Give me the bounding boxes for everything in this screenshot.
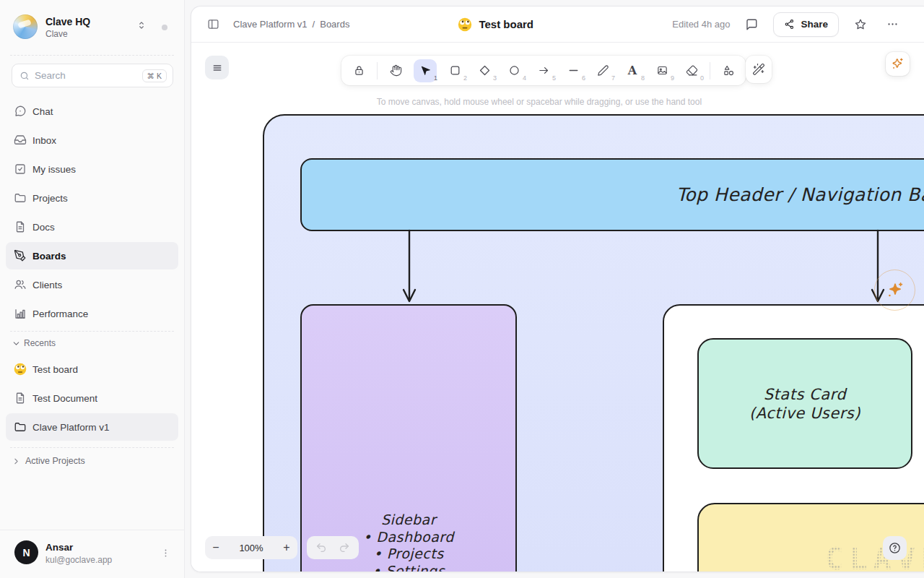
- breadcrumb[interactable]: Clave Platform v1 / Boards: [233, 19, 349, 30]
- tool-ellipse[interactable]: 4: [502, 59, 526, 82]
- breadcrumb-project[interactable]: Clave Platform v1: [233, 19, 308, 30]
- tool-arrow[interactable]: 5: [532, 59, 555, 82]
- sidebar-toggle-icon[interactable]: [203, 14, 223, 35]
- recents-label: Recents: [24, 338, 56, 348]
- clave-watermark: CLAVE: [825, 541, 924, 571]
- avatar: N: [14, 540, 38, 564]
- redo-icon[interactable]: [336, 540, 352, 556]
- recent-item-label: Test board: [32, 364, 78, 375]
- ai-assistant-button[interactable]: [886, 52, 910, 76]
- topbar: Clave Platform v1 / Boards Test board Ed…: [191, 7, 924, 43]
- rolling-eyes-emoji-icon: [14, 363, 27, 376]
- tool-text[interactable]: A 8: [621, 59, 644, 82]
- canvas-menu-button[interactable]: [205, 56, 229, 79]
- recent-item-clave-platform[interactable]: Clave Platform v1: [6, 413, 178, 441]
- sparkle-icon: [886, 281, 905, 300]
- sidebar-item-label: Clients: [32, 280, 62, 290]
- sidebar-item-projects[interactable]: Projects: [6, 184, 178, 212]
- chevron-right-icon: [12, 457, 21, 466]
- arrow-right-icon: [538, 64, 550, 77]
- zoom-level[interactable]: 100%: [227, 543, 276, 553]
- canvas-stats-card-shape[interactable]: Stats Card (Active Users): [697, 338, 912, 469]
- tool-more-shapes[interactable]: [717, 59, 740, 82]
- board-title-group: Test board: [458, 17, 533, 32]
- sidebar-item-my-issues[interactable]: My issues: [6, 155, 178, 183]
- undo-icon[interactable]: [313, 540, 329, 556]
- laser-pointer-button[interactable]: [746, 56, 772, 83]
- eraser-icon: [686, 64, 698, 77]
- sidebar-item-label: Chat: [32, 106, 53, 117]
- zoom-in-button[interactable]: +: [276, 536, 297, 559]
- canvas-header-shape[interactable]: Top Header / Navigation Bar: [300, 158, 924, 231]
- rectangle-icon: [449, 64, 461, 77]
- line-icon: [567, 64, 580, 77]
- stats-card-line2: (Active Users): [749, 404, 860, 423]
- sidebar-item-label: Performance: [32, 309, 88, 319]
- share-nodes-icon: [784, 19, 795, 30]
- workspace-switcher[interactable]: Clave HQ Clave: [0, 0, 185, 51]
- tool-line[interactable]: 6: [562, 59, 585, 82]
- tool-diamond[interactable]: 3: [473, 59, 496, 82]
- canvas-arrow[interactable]: [400, 229, 419, 304]
- tool-rectangle[interactable]: 2: [443, 59, 466, 82]
- lock-icon: [353, 64, 365, 77]
- board-canvas[interactable]: Top Header / Navigation Bar Sidebar • Da…: [191, 43, 924, 571]
- search-shortcut: ⌘ K: [142, 69, 167, 82]
- breadcrumb-section[interactable]: Boards: [320, 19, 349, 30]
- tool-hand[interactable]: [384, 59, 407, 82]
- sidebar-item-performance[interactable]: Performance: [6, 300, 178, 327]
- message-circle-icon: [14, 105, 27, 118]
- search-box[interactable]: ⌘ K: [12, 64, 173, 87]
- inbox-icon: [14, 134, 27, 147]
- main-panel: Clave Platform v1 / Boards Test board Ed…: [191, 6, 924, 572]
- recent-item-test-document[interactable]: Test Document: [6, 384, 178, 412]
- sidebar-item-label: Inbox: [32, 135, 56, 146]
- ellipsis-vertical-icon[interactable]: [160, 548, 171, 558]
- pencil-icon: [597, 64, 609, 77]
- divider: [10, 55, 174, 56]
- cursor-icon: [419, 64, 432, 77]
- divider: [10, 447, 174, 448]
- breadcrumb-separator: /: [313, 19, 315, 30]
- sidebar-item-inbox[interactable]: Inbox: [6, 126, 178, 154]
- canvas-hint-text: To move canvas, hold mouse wheel or spac…: [377, 97, 702, 107]
- canvas-sidebar-shape[interactable]: Sidebar • Dashboard • Projects • Setting…: [300, 304, 517, 571]
- tool-lock[interactable]: [347, 59, 370, 82]
- sidebar-item-clients[interactable]: Clients: [6, 271, 178, 298]
- sidebar-item-chat[interactable]: Chat: [6, 98, 178, 125]
- zoom-out-button[interactable]: −: [205, 536, 227, 559]
- search-icon: [19, 71, 30, 81]
- canvas-toolbar: 1 2 3 4 5 6 7: [341, 56, 746, 85]
- share-button[interactable]: Share: [773, 12, 839, 37]
- sidebar-item-label: Docs: [32, 222, 55, 233]
- hamburger-menu-icon: [212, 62, 223, 74]
- tool-select[interactable]: 1: [414, 59, 437, 82]
- rolling-eyes-emoji-icon: [458, 17, 472, 32]
- section-active-projects[interactable]: Active Projects: [6, 451, 178, 471]
- section-label: Active Projects: [25, 456, 85, 466]
- star-icon[interactable]: [850, 14, 871, 35]
- header-shape-label: Top Header / Navigation Bar: [676, 184, 924, 205]
- zoom-controls: − 100% +: [205, 536, 297, 559]
- tool-draw[interactable]: 7: [591, 59, 614, 82]
- tool-eraser[interactable]: 0: [680, 59, 703, 82]
- search-input[interactable]: [35, 70, 142, 81]
- chevrons-up-down-icon[interactable]: [136, 20, 147, 30]
- folder-icon: [14, 191, 27, 204]
- chevron-down-icon: [12, 339, 21, 348]
- workspace-logo: [13, 14, 38, 39]
- user-footer[interactable]: N Ansar kul@goclave.app: [0, 530, 184, 578]
- more-options-icon[interactable]: [882, 14, 902, 35]
- tool-image[interactable]: 9: [650, 59, 674, 82]
- help-button[interactable]: [883, 536, 907, 560]
- toolbar-divider: [710, 62, 710, 79]
- sidebar-item-boards[interactable]: Boards: [6, 242, 178, 269]
- file-icon: [14, 392, 27, 405]
- recent-item-test-board[interactable]: Test board: [6, 355, 178, 383]
- sidebar-item-docs[interactable]: Docs: [6, 213, 178, 241]
- share-label: Share: [801, 19, 828, 30]
- divider: [10, 331, 174, 332]
- recents-header[interactable]: Recents: [6, 334, 178, 353]
- comments-icon[interactable]: [741, 14, 762, 35]
- sidebar-nav: Chat Inbox My issues Projects Docs Board…: [6, 98, 178, 329]
